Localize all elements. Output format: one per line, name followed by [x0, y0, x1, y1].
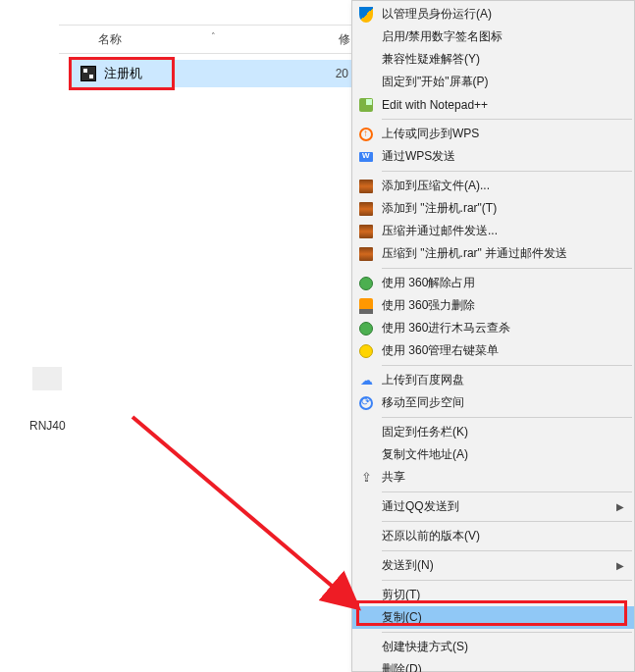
ctx-send-to[interactable]: 发送到(N) ▶ — [352, 554, 634, 577]
separator — [382, 365, 632, 366]
separator — [382, 268, 632, 269]
ctx-label: 通过QQ发送到 — [382, 498, 459, 515]
footer-text: RNJ40 — [29, 419, 66, 433]
rar-icon — [358, 224, 374, 239]
sync-icon — [358, 395, 374, 411]
ctx-360-release[interactable]: 使用 360解除占用 — [352, 272, 634, 294]
ctx-360-scan[interactable]: 使用 360进行木马云查杀 — [352, 317, 634, 339]
separator — [382, 521, 632, 522]
separator — [382, 632, 632, 633]
ctx-rar-add[interactable]: 添加到压缩文件(A)... — [352, 175, 634, 197]
ctx-label: 添加到压缩文件(A)... — [382, 178, 490, 194]
sort-indicator-icon: ˄ — [211, 31, 216, 41]
separator — [382, 550, 632, 551]
left-sidebar-strip — [32, 367, 62, 390]
s360-delete-icon — [358, 298, 374, 314]
ctx-label: 压缩到 "注册机.rar" 并通过邮件发送 — [382, 245, 567, 262]
ctx-label: 固定到"开始"屏幕(P) — [382, 74, 489, 90]
ctx-restore[interactable]: 还原以前的版本(V) — [352, 525, 634, 547]
ctx-share[interactable]: ⇪ 共享 — [352, 466, 634, 489]
ctx-rar-email[interactable]: 压缩并通过邮件发送... — [352, 220, 634, 242]
ctx-label: 复制文件地址(A) — [382, 446, 468, 463]
ctx-sync-space[interactable]: 移动至同步空间 — [352, 391, 634, 414]
ctx-run-as-admin[interactable]: 以管理员身份运行(A) — [352, 3, 634, 26]
separator — [382, 580, 632, 581]
submenu-arrow-icon: ▶ — [616, 501, 624, 512]
svg-line-0 — [132, 417, 358, 608]
column-modified-label: 修 — [339, 32, 350, 46]
ctx-baidu-upload[interactable]: ☁ 上传到百度网盘 — [352, 369, 634, 391]
ctx-enable-signature[interactable]: 启用/禁用数字签名图标 — [352, 26, 634, 48]
separator — [382, 171, 632, 172]
s360-icon — [358, 276, 374, 291]
column-name-header[interactable]: 名称 ˄ — [59, 31, 334, 48]
column-name-label: 名称 — [98, 32, 122, 46]
rar-icon — [358, 246, 374, 262]
wps-send-icon — [358, 149, 374, 165]
annotation-arrow — [128, 412, 383, 628]
ctx-label: Edit with Notepad++ — [382, 98, 488, 112]
ctx-label: 使用 360解除占用 — [382, 275, 475, 291]
ctx-rar-add-name[interactable]: 添加到 "注册机.rar"(T) — [352, 197, 634, 220]
ctx-label: 上传或同步到WPS — [382, 126, 479, 142]
baidu-icon: ☁ — [358, 373, 374, 388]
ctx-pin-start[interactable]: 固定到"开始"屏幕(P) — [352, 71, 634, 93]
ctx-compatibility[interactable]: 兼容性疑难解答(Y) — [352, 48, 634, 71]
ctx-pin-taskbar[interactable]: 固定到任务栏(K) — [352, 421, 634, 443]
ctx-qq-send[interactable]: 通过QQ发送到 ▶ — [352, 495, 634, 518]
ctx-label: 使用 360管理右键菜单 — [382, 342, 499, 359]
ctx-label: 添加到 "注册机.rar"(T) — [382, 200, 497, 217]
ctx-label: 通过WPS发送 — [382, 148, 455, 165]
wps-upload-icon — [358, 127, 374, 142]
ctx-label: 还原以前的版本(V) — [382, 528, 480, 544]
ctx-360-delete[interactable]: 使用 360强力删除 — [352, 294, 634, 317]
rar-icon — [358, 201, 374, 217]
notepad-icon — [358, 97, 374, 113]
column-modified-header[interactable]: 修 — [334, 31, 350, 48]
ctx-copy-path[interactable]: 复制文件地址(A) — [352, 443, 634, 466]
s360-yellow-icon — [358, 343, 374, 359]
rar-icon — [358, 179, 374, 194]
annotation-highlight-file — [69, 57, 175, 90]
submenu-arrow-icon: ▶ — [616, 560, 624, 571]
ctx-label: 创建快捷方式(S) — [382, 639, 468, 655]
annotation-highlight-copy — [356, 600, 627, 626]
ctx-label: 发送到(N) — [382, 557, 434, 574]
file-date: 20 — [336, 67, 348, 80]
ctx-label: 使用 360进行木马云查杀 — [382, 320, 510, 336]
separator — [382, 417, 632, 418]
ctx-wps-upload[interactable]: 上传或同步到WPS — [352, 123, 634, 145]
shield-icon — [358, 7, 374, 23]
separator — [382, 119, 632, 120]
ctx-360-menu[interactable]: 使用 360管理右键菜单 — [352, 339, 634, 362]
context-menu: 以管理员身份运行(A) 启用/禁用数字签名图标 兼容性疑难解答(Y) 固定到"开… — [351, 0, 635, 672]
ctx-wps-send[interactable]: 通过WPS发送 — [352, 145, 634, 168]
ctx-rar-email-name[interactable]: 压缩到 "注册机.rar" 并通过邮件发送 — [352, 242, 634, 265]
ctx-delete[interactable]: 删除(D) — [352, 658, 634, 672]
ctx-label: 启用/禁用数字签名图标 — [382, 28, 503, 45]
ctx-label: 固定到任务栏(K) — [382, 424, 468, 440]
ctx-label: 压缩并通过邮件发送... — [382, 223, 498, 239]
ctx-label: 移动至同步空间 — [382, 394, 464, 411]
ctx-label: 删除(D) — [382, 661, 422, 672]
ctx-label: 使用 360强力删除 — [382, 297, 475, 314]
ctx-label: 共享 — [382, 469, 405, 486]
ctx-shortcut[interactable]: 创建快捷方式(S) — [352, 636, 634, 658]
ctx-notepad[interactable]: Edit with Notepad++ — [352, 93, 634, 116]
ctx-label: 以管理员身份运行(A) — [382, 6, 492, 23]
s360-icon — [358, 321, 374, 336]
share-icon: ⇪ — [358, 470, 374, 486]
separator — [382, 491, 632, 492]
ctx-label: 上传到百度网盘 — [382, 372, 464, 388]
ctx-label: 兼容性疑难解答(Y) — [382, 51, 480, 68]
